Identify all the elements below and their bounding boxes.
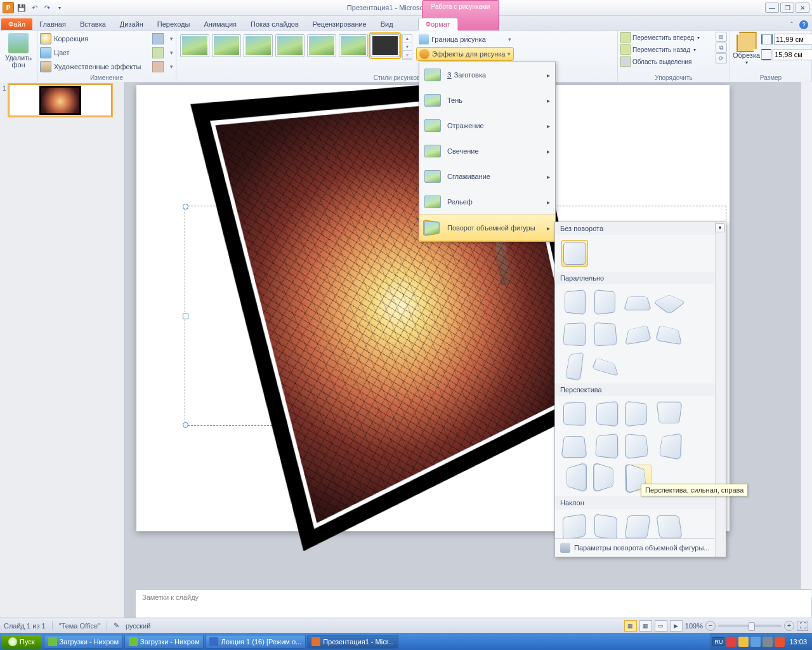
save-icon[interactable]: 💾 (16, 3, 27, 13)
remove-background-button[interactable]: Удалить фон (3, 32, 34, 70)
selection-pane-button[interactable]: Область выделения (620, 56, 713, 67)
rotation-preset[interactable] (593, 289, 619, 315)
effects-shadow[interactable]: Тень▸ (419, 88, 555, 113)
rotation-preset[interactable] (657, 514, 682, 538)
sorter-view-button[interactable]: ▦ (639, 620, 652, 632)
group-icon[interactable]: ⧉ (716, 43, 727, 53)
zoom-out-button[interactable]: − (705, 621, 716, 631)
tab-file[interactable]: Файл (1, 18, 32, 30)
tab-insert[interactable]: Вставка (73, 18, 113, 30)
rotation-preset[interactable] (625, 401, 650, 427)
gallery-scrollbar[interactable]: ▴ (715, 222, 726, 557)
style-thumb[interactable] (339, 34, 368, 57)
rotation-preset[interactable] (561, 465, 587, 490)
effects-glow[interactable]: Свечение▸ (419, 138, 555, 164)
taskbar-item[interactable]: Загрузки - Нихром (124, 635, 204, 649)
style-thumb[interactable] (212, 34, 241, 57)
zoom-slider[interactable] (718, 625, 782, 627)
rotation-preset[interactable] (625, 321, 650, 347)
slide-thumbnail[interactable] (9, 84, 112, 116)
rotation-preset[interactable] (561, 401, 587, 427)
tab-slideshow[interactable]: Показ слайдов (244, 18, 306, 30)
width-input[interactable] (773, 49, 812, 60)
picture-style-gallery[interactable]: ▴▾▿ (179, 32, 414, 62)
rotation-preset[interactable] (593, 465, 619, 490)
style-thumb[interactable] (244, 34, 273, 57)
minimize-button[interactable]: — (765, 3, 779, 13)
effects-soft-edges[interactable]: Сглаживание▸ (419, 164, 555, 189)
effects-3d-rotation[interactable]: Поворот объемной фигуры▸ (419, 215, 555, 241)
rotation-preset[interactable] (625, 433, 650, 458)
picture-effects-button[interactable]: Эффекты для рисунка▾ (416, 47, 514, 61)
rotation-preset[interactable] (657, 289, 682, 315)
rotation-options[interactable]: Параметры поворота объемной фигуры... (555, 538, 726, 557)
zoom-in-button[interactable]: + (784, 621, 794, 631)
help-icon[interactable]: ? (799, 20, 808, 29)
restore-button[interactable]: ❐ (780, 3, 794, 13)
rotation-preset[interactable] (625, 514, 650, 538)
rotate-icon[interactable]: ⟳ (716, 53, 727, 63)
tab-view[interactable]: Вид (374, 18, 400, 30)
tray-icon[interactable] (750, 637, 761, 647)
compress-icon[interactable] (152, 33, 164, 44)
change-picture-icon[interactable] (152, 47, 164, 58)
spell-icon[interactable]: ✎ (114, 621, 119, 630)
style-thumb[interactable] (307, 34, 336, 57)
tray-icon[interactable] (738, 637, 749, 647)
tab-home[interactable]: Главная (32, 18, 73, 30)
tab-review[interactable]: Рецензирование (306, 18, 374, 30)
ribbon-minimize-icon[interactable]: ˆ (787, 20, 797, 30)
style-thumb[interactable] (275, 34, 304, 57)
redo-icon[interactable]: ↷ (42, 3, 52, 13)
tab-transitions[interactable]: Переходы (150, 18, 197, 30)
slide-panel[interactable]: 1 (0, 82, 125, 618)
tray-icon[interactable] (775, 637, 785, 647)
rotation-preset[interactable] (593, 433, 619, 458)
style-thumb-selected[interactable] (370, 34, 400, 57)
undo-icon[interactable]: ↶ (29, 3, 39, 13)
align-icon[interactable]: ⊞ (716, 32, 727, 42)
close-button[interactable]: ✕ (796, 3, 809, 13)
taskbar-item[interactable]: Лекция 1 (16) [Режим о... (205, 635, 306, 649)
rotation-preset[interactable] (561, 321, 587, 347)
rotation-preset[interactable] (657, 321, 682, 347)
tab-design[interactable]: Дизайн (113, 18, 150, 30)
normal-view-button[interactable]: ▦ (624, 620, 637, 632)
zoom-handle[interactable] (749, 622, 755, 631)
taskbar-item[interactable]: Загрузки - Нихром (44, 635, 123, 649)
language-indicator-tray[interactable]: RU (712, 637, 724, 646)
height-input[interactable] (774, 34, 812, 45)
effects-bevel[interactable]: Рельеф▸ (419, 189, 555, 215)
effects-reflection[interactable]: Отражение▸ (419, 113, 555, 138)
tray-icon[interactable] (726, 637, 737, 647)
rotation-preset[interactable] (657, 401, 682, 427)
effects-preset[interactable]: ЗЗаготовка▸ (419, 62, 555, 88)
rotation-preset[interactable] (561, 433, 587, 458)
bring-forward-button[interactable]: Переместить вперед▾ (620, 32, 713, 43)
crop-button[interactable]: Обрезка ▾ (733, 32, 760, 66)
slideshow-view-button[interactable]: ▶ (670, 620, 683, 632)
rotation-preset-none[interactable] (561, 240, 588, 267)
gallery-more[interactable]: ▴▾▿ (402, 34, 412, 60)
rotation-preset[interactable] (657, 433, 682, 458)
rotation-preset[interactable] (561, 514, 587, 538)
tab-format[interactable]: Формат (418, 18, 458, 30)
send-backward-button[interactable]: Переместить назад▾ (620, 44, 713, 55)
tab-animations[interactable]: Анимация (197, 18, 244, 30)
taskbar-item-active[interactable]: Презентация1 - Micr... (307, 635, 398, 649)
rotation-preset[interactable] (561, 353, 587, 378)
reset-picture-icon[interactable] (152, 61, 164, 72)
language-indicator[interactable]: русский (126, 622, 150, 630)
rotation-preset[interactable] (593, 321, 619, 347)
style-thumb[interactable] (180, 34, 209, 57)
resize-handle[interactable] (183, 422, 188, 428)
rotation-preset[interactable] (593, 401, 619, 427)
rotation-preset[interactable] (561, 289, 587, 315)
zoom-level[interactable]: 109% (685, 622, 703, 630)
fit-to-window-button[interactable]: ⛶ (797, 621, 808, 631)
vertical-scrollbar[interactable] (801, 82, 812, 597)
reading-view-button[interactable]: ▭ (655, 620, 667, 632)
picture-border-button[interactable]: Граница рисунка▾ (416, 33, 514, 46)
tray-icon[interactable] (763, 637, 773, 647)
qat-more-icon[interactable]: ▾ (55, 3, 65, 13)
